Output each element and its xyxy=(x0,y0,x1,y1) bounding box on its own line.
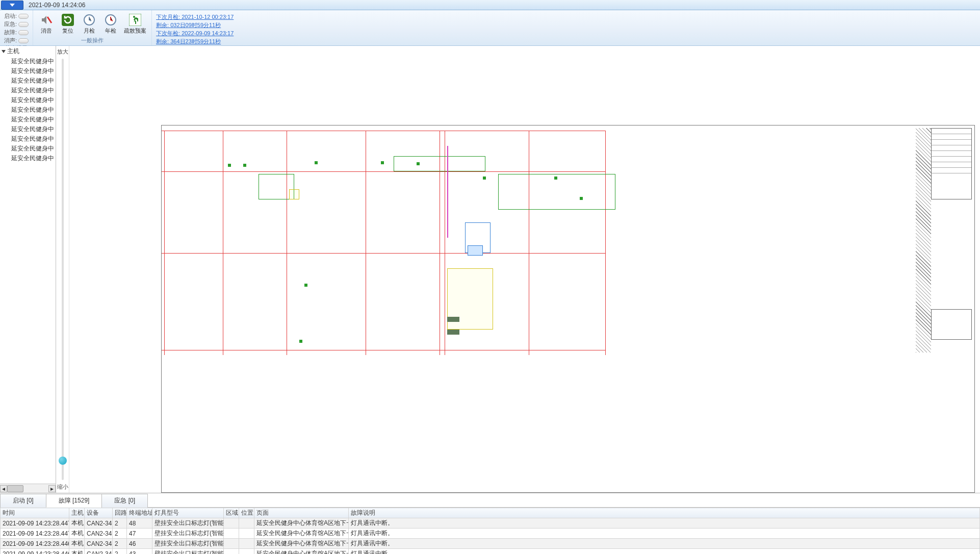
cell-loop: 2 xyxy=(113,528,127,539)
status-indicators: 启动: 应急: 故障: 消声: xyxy=(4,11,29,44)
cell-model: 壁挂安全出口标志灯(智能型) xyxy=(152,549,224,555)
month-remain[interactable]: 剩余: 032日09时59分11秒 xyxy=(156,21,234,29)
col-time[interactable]: 时间 xyxy=(1,508,69,518)
col-pos[interactable]: 位置 xyxy=(239,508,254,518)
status-silence-label: 消声: xyxy=(4,37,17,44)
cell-addr: 48 xyxy=(127,518,152,528)
cell-host: 本机 xyxy=(69,549,85,555)
scroll-right-icon[interactable]: ▸ xyxy=(48,485,56,492)
zoom-out-label: 缩小 xyxy=(57,483,68,491)
tree-item[interactable]: 延安全民健身中 xyxy=(11,66,56,76)
col-page[interactable]: 页面 xyxy=(254,508,349,518)
table-row[interactable]: 2021-09-09 14:23:28.446本机CAN2-34246壁挂安全出… xyxy=(1,539,980,549)
cell-desc: 灯具通讯中断。 xyxy=(349,518,980,528)
tree-item[interactable]: 延安全民健身中 xyxy=(11,76,56,86)
sidebar: 主机 延安全民健身中延安全民健身中延安全民健身中延安全民健身中延安全民健身中延安… xyxy=(0,46,56,493)
scroll-left-icon[interactable]: ◂ xyxy=(0,485,7,492)
reset-button[interactable]: 复位 xyxy=(59,14,77,35)
col-area[interactable]: 区域 xyxy=(224,508,239,518)
evac-plan-label: 疏散预案 xyxy=(124,27,146,35)
mute-button[interactable]: 消音 xyxy=(37,14,56,35)
tree-item[interactable]: 延安全民健身中 xyxy=(11,95,56,105)
cell-model: 壁挂安全出口标志灯(智能型) xyxy=(152,539,224,549)
table-row[interactable]: 2021-09-09 14:23:28.447本机CAN2-34248壁挂安全出… xyxy=(1,518,980,528)
reset-label: 复位 xyxy=(62,27,73,35)
tree-item[interactable]: 延安全民健身中 xyxy=(11,124,56,134)
cell-page: 延安全民健身中心体育馆A区地下一层 xyxy=(254,518,349,528)
ribbon-group-general-label: 一般操作 xyxy=(81,37,104,45)
cell-device: CAN2-34 xyxy=(85,539,113,549)
col-desc[interactable]: 故障说明 xyxy=(349,508,980,518)
status-emerg-led xyxy=(18,22,29,27)
next-year-check[interactable]: 下次年检: 2022-09-09 14:23:17 xyxy=(156,30,234,37)
zoom-in-label: 放大 xyxy=(57,48,68,56)
status-silence-led xyxy=(18,38,29,43)
scroll-thumb[interactable] xyxy=(7,485,23,492)
col-device[interactable]: 设备 xyxy=(85,508,113,518)
cell-loop: 2 xyxy=(113,549,127,555)
col-model[interactable]: 灯具型号 xyxy=(152,508,224,518)
fault-table[interactable]: 时间 主机 设备 回路 终端地址 灯具型号 区域 位置 页面 故障说明 2021… xyxy=(0,508,980,554)
tree-item[interactable]: 延安全民健身中 xyxy=(11,144,56,154)
col-loop[interactable]: 回路 xyxy=(113,508,127,518)
cell-desc: 灯具通讯中断。 xyxy=(349,549,980,555)
status-start-led xyxy=(18,14,29,19)
tree-root-label: 主机 xyxy=(7,47,19,56)
year-remain[interactable]: 剩余: 364日23时59分11秒 xyxy=(156,38,234,45)
svg-line-0 xyxy=(47,17,51,23)
tree-root[interactable]: 主机 xyxy=(0,46,56,57)
zoom-track[interactable] xyxy=(62,59,64,480)
main-area: 主机 延安全民健身中延安全民健身中延安全民健身中延安全民健身中延安全民健身中延安… xyxy=(0,46,980,493)
cell-loop: 2 xyxy=(113,518,127,528)
cell-time: 2021-09-09 14:23:28.446 xyxy=(1,549,69,555)
cell-pos xyxy=(239,518,254,528)
status-emerg-label: 应急: xyxy=(4,20,17,28)
status-fault-label: 故障: xyxy=(4,29,17,36)
ribbon-group-detect: 下次月检: 2021-10-12 00:23:17 剩余: 032日09时59分… xyxy=(152,10,238,45)
evac-plan-button[interactable]: 疏散预案 xyxy=(123,14,147,35)
cell-time: 2021-09-09 14:23:28.447 xyxy=(1,528,69,539)
tree-item[interactable]: 延安全民健身中 xyxy=(11,86,56,95)
tree-item[interactable]: 延安全民健身中 xyxy=(11,57,56,66)
zoom-thumb[interactable] xyxy=(59,457,67,465)
col-addr[interactable]: 终端地址 xyxy=(127,508,152,518)
app-menu-button[interactable] xyxy=(1,1,23,10)
cell-area xyxy=(224,549,239,555)
clock-icon xyxy=(83,14,95,26)
cell-page: 延安全民健身中心体育馆A区地下一层 xyxy=(254,528,349,539)
cell-area xyxy=(224,528,239,539)
cell-pos xyxy=(239,539,254,549)
tree-item[interactable]: 延安全民健身中 xyxy=(11,115,56,124)
cell-desc: 灯具通讯中断。 xyxy=(349,528,980,539)
tab-fault[interactable]: 故障 [1529] xyxy=(46,494,102,508)
table-row[interactable]: 2021-09-09 14:23:28.446本机CAN2-34243壁挂安全出… xyxy=(1,549,980,555)
col-host[interactable]: 主机 xyxy=(69,508,85,518)
tree-collapse-icon[interactable] xyxy=(1,49,6,54)
tab-emerg[interactable]: 应急 [0] xyxy=(101,494,148,508)
next-month-check[interactable]: 下次月检: 2021-10-12 00:23:17 xyxy=(156,13,234,21)
svg-rect-1 xyxy=(62,14,74,26)
title-bar: 2021-09-09 14:24:06 xyxy=(0,0,980,10)
month-check-button[interactable]: 月检 xyxy=(80,14,98,35)
status-fault-led xyxy=(18,30,29,35)
zoom-slider: 放大 缩小 xyxy=(56,46,69,493)
host-tree[interactable]: 主机 延安全民健身中延安全民健身中延安全民健身中延安全民健身中延安全民健身中延安… xyxy=(0,46,56,484)
year-check-button[interactable]: 年检 xyxy=(101,14,120,35)
exit-sign xyxy=(447,330,459,335)
legend-block xyxy=(931,128,972,199)
cell-model: 壁挂安全出口标志灯(智能型) xyxy=(152,518,224,528)
ribbon-group-status: 启动: 应急: 故障: 消声: 状态提示 xyxy=(0,10,33,45)
tree-item[interactable]: 延安全民健身中 xyxy=(11,154,56,163)
exit-sign xyxy=(447,317,459,322)
sidebar-hscrollbar[interactable]: ◂ ▸ xyxy=(0,484,56,493)
cell-area xyxy=(224,539,239,549)
tree-item[interactable]: 延安全民健身中 xyxy=(11,134,56,144)
floorplan-canvas[interactable] xyxy=(69,46,980,493)
status-start-label: 启动: xyxy=(4,12,17,20)
tree-item[interactable]: 延安全民健身中 xyxy=(11,105,56,115)
tab-start[interactable]: 启动 [0] xyxy=(0,494,46,508)
table-row[interactable]: 2021-09-09 14:23:28.447本机CAN2-34247壁挂安全出… xyxy=(1,528,980,539)
clock-display: 2021-09-09 14:24:06 xyxy=(24,2,89,9)
cell-area xyxy=(224,518,239,528)
floorplan-frame xyxy=(161,125,975,493)
